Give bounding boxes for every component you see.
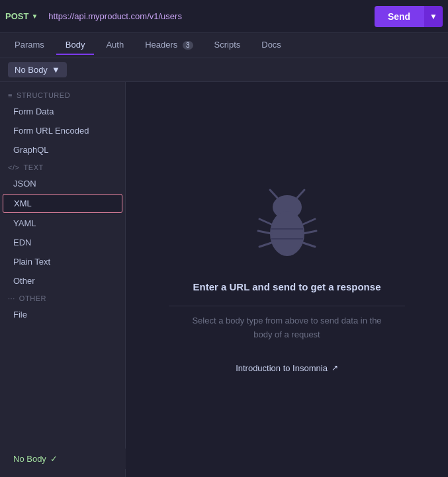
right-panel: Enter a URL and send to get a response S… xyxy=(126,82,448,477)
intro-link-label: Introduction to Insomnia xyxy=(236,363,328,373)
top-bar: POST ▼ Send ▼ xyxy=(0,0,448,33)
sidebar-item-other[interactable]: Other xyxy=(0,271,125,290)
url-input[interactable] xyxy=(43,9,369,24)
sidebar-item-graphql[interactable]: GraphQL xyxy=(0,140,125,159)
svg-line-6 xyxy=(259,219,271,224)
structured-label: STRUCTURED xyxy=(17,91,70,99)
sidebar: ≡ STRUCTURED Form Data Form URL Encoded … xyxy=(0,82,126,477)
external-link-icon: ↗ xyxy=(332,363,338,372)
svg-line-8 xyxy=(259,243,271,247)
send-button[interactable]: Send xyxy=(375,6,424,27)
svg-line-10 xyxy=(303,231,316,234)
text-label: TEXT xyxy=(24,163,44,171)
tab-docs[interactable]: Docs xyxy=(252,36,291,55)
svg-line-9 xyxy=(303,219,315,224)
sidebar-item-form-data[interactable]: Form Data xyxy=(0,102,125,121)
main-content: ≡ STRUCTURED Form Data Form URL Encoded … xyxy=(0,82,448,477)
tab-body[interactable]: Body xyxy=(56,36,95,55)
sidebar-item-plain-text[interactable]: Plain Text xyxy=(0,252,125,271)
sidebar-item-json[interactable]: JSON xyxy=(0,174,125,193)
tab-scripts[interactable]: Scripts xyxy=(205,36,250,55)
other-icon: ··· xyxy=(8,294,15,302)
intro-link[interactable]: Introduction to Insomnia ↗ xyxy=(236,363,338,373)
tab-auth[interactable]: Auth xyxy=(97,36,133,55)
send-button-group: Send ▼ xyxy=(375,6,443,27)
structured-icon: ≡ xyxy=(8,91,13,99)
tab-headers[interactable]: Headers 3 xyxy=(136,36,202,55)
no-body-chevron: ▼ xyxy=(52,65,60,75)
no-body-bottom[interactable]: No Body ✓ xyxy=(0,449,126,469)
divider xyxy=(169,306,406,306)
text-icon: </> xyxy=(8,163,20,171)
headers-badge: 3 xyxy=(183,41,193,50)
no-body-bottom-label: No Body xyxy=(13,454,46,464)
sub-message: Select a body type from above to send da… xyxy=(188,314,386,342)
tab-params[interactable]: Params xyxy=(5,36,54,55)
no-body-label: No Body xyxy=(15,65,48,75)
tab-bar: Params Body Auth Headers 3 Scripts Docs xyxy=(0,33,448,58)
sidebar-item-yaml[interactable]: YAML xyxy=(0,214,125,233)
method-chevron: ▼ xyxy=(31,13,38,20)
method-selector[interactable]: POST ▼ xyxy=(5,11,38,21)
body-toolbar: No Body ▼ xyxy=(0,58,448,82)
sidebar-section-structured: ≡ STRUCTURED xyxy=(0,87,125,102)
sub-message-text: Select a body type from above to send da… xyxy=(192,316,381,339)
svg-line-7 xyxy=(258,231,271,234)
send-dropdown-button[interactable]: ▼ xyxy=(424,6,443,27)
svg-line-2 xyxy=(297,190,304,198)
sidebar-item-form-url-encoded[interactable]: Form URL Encoded xyxy=(0,121,125,140)
method-label: POST xyxy=(5,11,28,21)
sidebar-item-edn[interactable]: EDN xyxy=(0,233,125,252)
main-message: Enter a URL and send to get a response xyxy=(193,281,381,292)
sidebar-item-xml[interactable]: XML xyxy=(3,194,122,213)
sidebar-item-file[interactable]: File xyxy=(0,305,125,324)
sidebar-section-other: ··· OTHER xyxy=(0,290,125,305)
svg-line-1 xyxy=(270,190,277,198)
other-label: OTHER xyxy=(19,294,46,302)
no-body-dropdown[interactable]: No Body ▼ xyxy=(8,62,67,77)
no-body-check: ✓ xyxy=(50,454,58,464)
sidebar-section-text: </> TEXT xyxy=(0,159,125,174)
svg-point-3 xyxy=(270,211,304,256)
svg-line-11 xyxy=(303,243,315,247)
bug-icon xyxy=(247,186,327,265)
